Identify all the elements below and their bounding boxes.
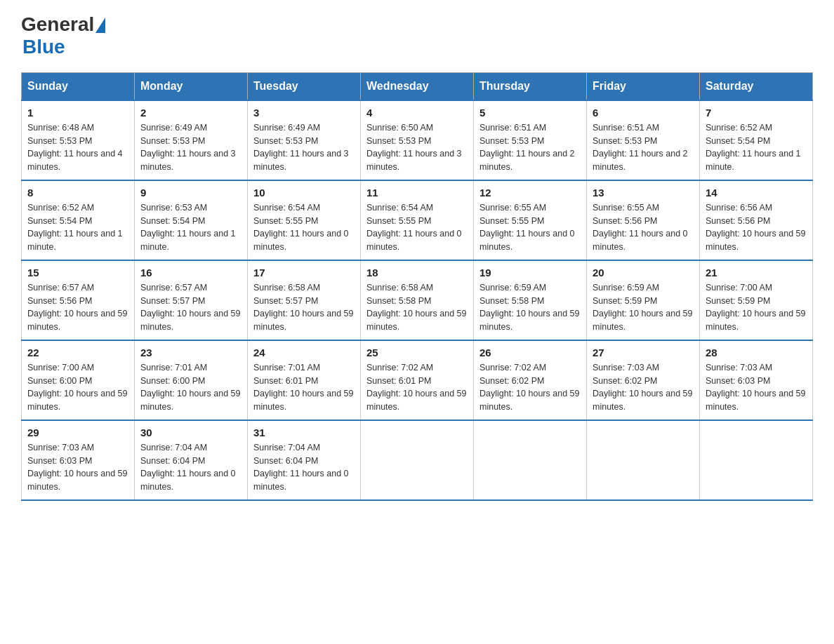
day-number: 2 bbox=[140, 107, 241, 119]
day-info: Sunrise: 7:01 AMSunset: 6:01 PMDaylight:… bbox=[253, 361, 355, 414]
calendar-week-row: 29Sunrise: 7:03 AMSunset: 6:03 PMDayligh… bbox=[22, 420, 813, 500]
day-info: Sunrise: 6:57 AMSunset: 5:57 PMDaylight:… bbox=[140, 281, 241, 334]
table-row: 7Sunrise: 6:52 AMSunset: 5:54 PMDaylight… bbox=[700, 100, 813, 180]
header-wednesday: Wednesday bbox=[361, 72, 474, 100]
table-row: 14Sunrise: 6:56 AMSunset: 5:56 PMDayligh… bbox=[700, 180, 813, 260]
day-info: Sunrise: 6:48 AMSunset: 5:53 PMDaylight:… bbox=[27, 121, 128, 174]
table-row bbox=[361, 420, 474, 500]
calendar-table: Sunday Monday Tuesday Wednesday Thursday… bbox=[21, 72, 813, 501]
table-row: 19Sunrise: 6:59 AMSunset: 5:58 PMDayligh… bbox=[474, 260, 587, 340]
table-row: 23Sunrise: 7:01 AMSunset: 6:00 PMDayligh… bbox=[135, 340, 248, 420]
day-info: Sunrise: 7:02 AMSunset: 6:01 PMDaylight:… bbox=[366, 361, 468, 414]
day-number: 25 bbox=[366, 347, 468, 358]
table-row: 10Sunrise: 6:54 AMSunset: 5:55 PMDayligh… bbox=[248, 180, 361, 260]
day-info: Sunrise: 7:01 AMSunset: 6:00 PMDaylight:… bbox=[140, 361, 241, 414]
calendar-week-row: 1Sunrise: 6:48 AMSunset: 5:53 PMDaylight… bbox=[22, 100, 813, 180]
day-number: 21 bbox=[706, 267, 807, 279]
day-info: Sunrise: 6:57 AMSunset: 5:56 PMDaylight:… bbox=[27, 281, 128, 334]
table-row: 1Sunrise: 6:48 AMSunset: 5:53 PMDaylight… bbox=[22, 100, 135, 180]
day-info: Sunrise: 6:59 AMSunset: 5:58 PMDaylight:… bbox=[479, 281, 581, 334]
logo-text-general: General bbox=[21, 14, 94, 36]
day-number: 27 bbox=[593, 347, 694, 358]
table-row bbox=[700, 420, 813, 500]
day-info: Sunrise: 6:53 AMSunset: 5:54 PMDaylight:… bbox=[140, 201, 241, 254]
day-info: Sunrise: 7:03 AMSunset: 6:03 PMDaylight:… bbox=[27, 441, 128, 494]
table-row: 31Sunrise: 7:04 AMSunset: 6:04 PMDayligh… bbox=[248, 420, 361, 500]
day-number: 6 bbox=[593, 107, 694, 119]
day-number: 23 bbox=[140, 347, 241, 358]
day-number: 10 bbox=[253, 187, 355, 199]
table-row: 17Sunrise: 6:58 AMSunset: 5:57 PMDayligh… bbox=[248, 260, 361, 340]
day-info: Sunrise: 6:51 AMSunset: 5:53 PMDaylight:… bbox=[593, 121, 694, 174]
table-row bbox=[474, 420, 587, 500]
day-number: 15 bbox=[27, 267, 128, 279]
header-sunday: Sunday bbox=[22, 72, 135, 100]
table-row: 21Sunrise: 7:00 AMSunset: 5:59 PMDayligh… bbox=[700, 260, 813, 340]
table-row: 15Sunrise: 6:57 AMSunset: 5:56 PMDayligh… bbox=[22, 260, 135, 340]
table-row: 18Sunrise: 6:58 AMSunset: 5:58 PMDayligh… bbox=[361, 260, 474, 340]
day-number: 30 bbox=[140, 427, 241, 438]
day-number: 17 bbox=[253, 267, 355, 279]
header-thursday: Thursday bbox=[474, 72, 587, 100]
day-info: Sunrise: 6:55 AMSunset: 5:56 PMDaylight:… bbox=[593, 201, 694, 254]
day-info: Sunrise: 6:56 AMSunset: 5:56 PMDaylight:… bbox=[706, 201, 807, 254]
day-info: Sunrise: 7:00 AMSunset: 6:00 PMDaylight:… bbox=[27, 361, 128, 414]
day-number: 16 bbox=[140, 267, 241, 279]
day-number: 4 bbox=[366, 107, 468, 119]
day-info: Sunrise: 6:49 AMSunset: 5:53 PMDaylight:… bbox=[140, 121, 241, 174]
day-number: 7 bbox=[706, 107, 807, 119]
day-info: Sunrise: 6:52 AMSunset: 5:54 PMDaylight:… bbox=[706, 121, 807, 174]
day-number: 3 bbox=[253, 107, 355, 119]
table-row: 16Sunrise: 6:57 AMSunset: 5:57 PMDayligh… bbox=[135, 260, 248, 340]
day-info: Sunrise: 7:00 AMSunset: 5:59 PMDaylight:… bbox=[706, 281, 807, 334]
page-header: General Blue bbox=[21, 14, 813, 58]
day-number: 22 bbox=[27, 347, 128, 358]
table-row: 3Sunrise: 6:49 AMSunset: 5:53 PMDaylight… bbox=[248, 100, 361, 180]
day-info: Sunrise: 6:54 AMSunset: 5:55 PMDaylight:… bbox=[366, 201, 468, 254]
table-row: 4Sunrise: 6:50 AMSunset: 5:53 PMDaylight… bbox=[361, 100, 474, 180]
table-row: 26Sunrise: 7:02 AMSunset: 6:02 PMDayligh… bbox=[474, 340, 587, 420]
table-row bbox=[587, 420, 700, 500]
header-tuesday: Tuesday bbox=[248, 72, 361, 100]
day-number: 14 bbox=[706, 187, 807, 199]
day-number: 28 bbox=[706, 347, 807, 358]
calendar-week-row: 22Sunrise: 7:00 AMSunset: 6:00 PMDayligh… bbox=[22, 340, 813, 420]
table-row: 22Sunrise: 7:00 AMSunset: 6:00 PMDayligh… bbox=[22, 340, 135, 420]
day-info: Sunrise: 7:04 AMSunset: 6:04 PMDaylight:… bbox=[140, 441, 241, 494]
day-info: Sunrise: 6:58 AMSunset: 5:58 PMDaylight:… bbox=[366, 281, 468, 334]
day-info: Sunrise: 6:50 AMSunset: 5:53 PMDaylight:… bbox=[366, 121, 468, 174]
day-number: 29 bbox=[27, 427, 128, 438]
header-monday: Monday bbox=[135, 72, 248, 100]
day-number: 5 bbox=[479, 107, 581, 119]
day-info: Sunrise: 6:49 AMSunset: 5:53 PMDaylight:… bbox=[253, 121, 355, 174]
day-number: 19 bbox=[479, 267, 581, 279]
calendar-week-row: 15Sunrise: 6:57 AMSunset: 5:56 PMDayligh… bbox=[22, 260, 813, 340]
table-row: 20Sunrise: 6:59 AMSunset: 5:59 PMDayligh… bbox=[587, 260, 700, 340]
day-number: 8 bbox=[27, 187, 128, 199]
day-number: 12 bbox=[479, 187, 581, 199]
table-row: 29Sunrise: 7:03 AMSunset: 6:03 PMDayligh… bbox=[22, 420, 135, 500]
day-info: Sunrise: 6:59 AMSunset: 5:59 PMDaylight:… bbox=[593, 281, 694, 334]
logo: General Blue bbox=[21, 14, 105, 58]
table-row: 27Sunrise: 7:03 AMSunset: 6:02 PMDayligh… bbox=[587, 340, 700, 420]
table-row: 12Sunrise: 6:55 AMSunset: 5:55 PMDayligh… bbox=[474, 180, 587, 260]
table-row: 2Sunrise: 6:49 AMSunset: 5:53 PMDaylight… bbox=[135, 100, 248, 180]
day-number: 9 bbox=[140, 187, 241, 199]
table-row: 24Sunrise: 7:01 AMSunset: 6:01 PMDayligh… bbox=[248, 340, 361, 420]
day-info: Sunrise: 6:52 AMSunset: 5:54 PMDaylight:… bbox=[27, 201, 128, 254]
header-saturday: Saturday bbox=[700, 72, 813, 100]
logo-text-blue: Blue bbox=[22, 36, 105, 58]
day-number: 18 bbox=[366, 267, 468, 279]
day-number: 13 bbox=[593, 187, 694, 199]
table-row: 25Sunrise: 7:02 AMSunset: 6:01 PMDayligh… bbox=[361, 340, 474, 420]
day-info: Sunrise: 6:51 AMSunset: 5:53 PMDaylight:… bbox=[479, 121, 581, 174]
header-friday: Friday bbox=[587, 72, 700, 100]
table-row: 5Sunrise: 6:51 AMSunset: 5:53 PMDaylight… bbox=[474, 100, 587, 180]
day-number: 26 bbox=[479, 347, 581, 358]
day-info: Sunrise: 6:58 AMSunset: 5:57 PMDaylight:… bbox=[253, 281, 355, 334]
day-info: Sunrise: 7:04 AMSunset: 6:04 PMDaylight:… bbox=[253, 441, 355, 494]
table-row: 30Sunrise: 7:04 AMSunset: 6:04 PMDayligh… bbox=[135, 420, 248, 500]
day-info: Sunrise: 6:54 AMSunset: 5:55 PMDaylight:… bbox=[253, 201, 355, 254]
day-info: Sunrise: 7:03 AMSunset: 6:02 PMDaylight:… bbox=[593, 361, 694, 414]
day-info: Sunrise: 7:03 AMSunset: 6:03 PMDaylight:… bbox=[706, 361, 807, 414]
